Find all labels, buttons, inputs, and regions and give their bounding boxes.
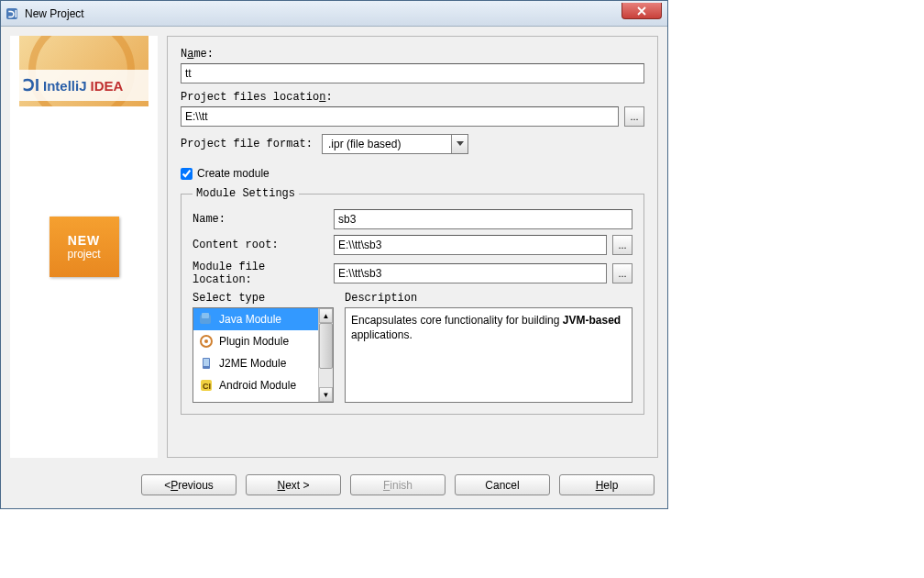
project-format-label: Project file format: xyxy=(181,138,313,150)
project-format-value: .ipr (file based) xyxy=(323,138,451,150)
window-title: New Project xyxy=(25,7,84,20)
help-button[interactable]: Help xyxy=(559,474,654,495)
project-location-label: Project files location: xyxy=(181,91,644,104)
sidebar-banner: ϽI IntelliJIDEA xyxy=(19,36,148,106)
select-type-label: Select type xyxy=(192,292,334,305)
close-button[interactable] xyxy=(622,3,662,19)
module-file-location-input[interactable] xyxy=(334,263,607,283)
module-name-input[interactable] xyxy=(334,209,632,229)
new-project-dialog: ϽI New Project ϽI IntelliJIDEA NEW proje… xyxy=(0,0,668,509)
android-module-icon: CI xyxy=(199,378,214,393)
module-file-location-label: Module file location: xyxy=(192,261,328,286)
java-module-icon xyxy=(199,312,214,327)
scroll-down-icon[interactable]: ▼ xyxy=(319,387,333,402)
description-text: Encapsulates core functionality for buil… xyxy=(345,307,632,403)
type-item-android[interactable]: CI Android Module xyxy=(193,374,318,396)
project-name-input[interactable] xyxy=(181,63,644,83)
browse-location-button[interactable]: ... xyxy=(624,106,644,127)
scroll-thumb[interactable] xyxy=(319,323,333,369)
type-item-label: Android Module xyxy=(219,379,296,392)
cancel-button[interactable]: Cancel xyxy=(455,474,550,495)
module-type-list[interactable]: Java Module Plugin Module J2ME Module xyxy=(192,307,334,403)
plugin-module-icon xyxy=(199,334,214,349)
content-root-label: Content root: xyxy=(192,239,328,251)
app-icon: ϽI xyxy=(5,6,19,21)
logo-text-idea: IDEA xyxy=(91,78,124,94)
svg-text:ϽI: ϽI xyxy=(8,9,17,19)
description-label: Description xyxy=(345,292,632,305)
previous-button[interactable]: < Previous xyxy=(141,474,236,495)
main-panel: Name: Project files location: ... Projec… xyxy=(167,36,658,458)
svg-rect-7 xyxy=(204,359,209,366)
type-item-plugin[interactable]: Plugin Module xyxy=(193,330,318,352)
browse-content-root-button[interactable]: ... xyxy=(612,235,632,255)
logo-mark-icon: ϽI xyxy=(23,75,39,95)
type-item-label: Plugin Module xyxy=(219,335,289,348)
content-root-input[interactable] xyxy=(334,235,607,255)
type-item-java[interactable]: Java Module xyxy=(193,308,318,330)
project-name-label: Name: xyxy=(181,48,644,61)
create-module-checkbox[interactable] xyxy=(181,168,192,180)
type-item-label: Java Module xyxy=(219,313,281,326)
module-name-label: Name: xyxy=(192,213,328,226)
module-settings-group: Module Settings Name: Content root: ... … xyxy=(181,187,644,415)
type-item-label: J2ME Module xyxy=(219,357,286,370)
create-module-label: Create module xyxy=(197,167,270,180)
finish-button: Finish xyxy=(350,474,446,495)
next-button[interactable]: Next > xyxy=(246,474,341,495)
new-project-badge: NEW project xyxy=(50,217,119,277)
type-list-scrollbar[interactable]: ▲ ▼ xyxy=(318,308,333,402)
scroll-up-icon[interactable]: ▲ xyxy=(319,308,333,323)
project-location-input[interactable] xyxy=(181,106,619,127)
browse-module-file-location-button[interactable]: ... xyxy=(612,263,632,283)
badge-line2: project xyxy=(67,248,100,261)
svg-point-5 xyxy=(204,339,208,343)
project-format-select[interactable]: .ipr (file based) xyxy=(322,134,468,154)
logo-text-intellij: IntelliJ xyxy=(43,78,87,94)
dialog-button-bar: < Previous Next > Finish Cancel Help xyxy=(1,467,667,508)
j2me-module-icon xyxy=(199,356,214,371)
intellij-logo: ϽI IntelliJIDEA xyxy=(19,70,148,101)
badge-line1: NEW xyxy=(68,233,101,248)
chevron-down-icon xyxy=(451,135,468,153)
sidebar: ϽI IntelliJIDEA NEW project xyxy=(10,36,158,458)
type-item-j2me[interactable]: J2ME Module xyxy=(193,352,318,374)
module-settings-legend: Module Settings xyxy=(192,187,299,200)
titlebar: ϽI New Project xyxy=(1,1,667,27)
svg-text:CI: CI xyxy=(203,382,211,391)
svg-rect-3 xyxy=(202,313,209,318)
